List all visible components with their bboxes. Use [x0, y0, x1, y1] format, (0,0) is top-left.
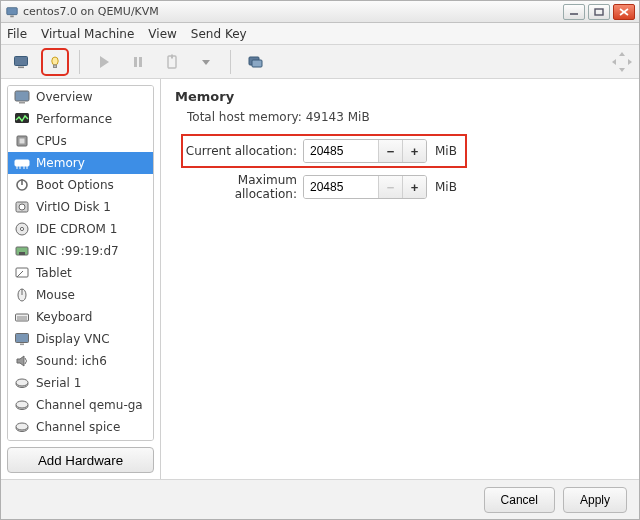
max-allocation-decr-button[interactable]: −	[378, 176, 402, 198]
sidebar-item-label: Serial 1	[36, 376, 81, 390]
console-view-button[interactable]	[9, 50, 33, 74]
max-allocation-input[interactable]	[304, 176, 378, 198]
window-buttons	[563, 4, 635, 20]
max-allocation-unit: MiB	[435, 180, 457, 194]
add-hardware-button[interactable]: Add Hardware	[7, 447, 154, 473]
cancel-button[interactable]: Cancel	[484, 487, 555, 513]
mouse-icon	[14, 287, 30, 303]
svg-point-51	[16, 379, 28, 386]
close-button[interactable]	[613, 4, 635, 20]
sidebar: OverviewPerformanceCPUsMemoryBoot Option…	[1, 79, 161, 479]
sidebar-item-cpus[interactable]: CPUs	[8, 130, 153, 152]
run-button[interactable]	[92, 50, 116, 74]
menu-send-key[interactable]: Send Key	[191, 27, 247, 41]
sidebar-item-video-qxl[interactable]: Video QXL	[8, 438, 153, 441]
details-view-button[interactable]	[43, 50, 67, 74]
move-handle-icon[interactable]	[611, 51, 633, 76]
current-allocation-spin: − +	[303, 139, 427, 163]
sidebar-item-serial-1[interactable]: Serial 1	[8, 372, 153, 394]
menu-view[interactable]: View	[148, 27, 176, 41]
toolbar-sep-2	[230, 50, 231, 74]
current-allocation-decr-button[interactable]: −	[378, 140, 402, 162]
svg-point-53	[16, 401, 28, 408]
pause-button[interactable]	[126, 50, 150, 74]
svg-marker-21	[628, 59, 632, 65]
sidebar-item-channel-spice[interactable]: Channel spice	[8, 416, 153, 438]
sidebar-item-sound-ich6[interactable]: Sound: ich6	[8, 350, 153, 372]
svg-point-35	[19, 204, 25, 210]
sidebar-item-virtio-disk-1[interactable]: VirtIO Disk 1	[8, 196, 153, 218]
sidebar-item-keyboard[interactable]: Keyboard	[8, 306, 153, 328]
toolbar	[1, 45, 639, 79]
sidebar-item-label: Sound: ich6	[36, 354, 107, 368]
menu-file[interactable]: File	[7, 27, 27, 41]
sidebar-item-label: Performance	[36, 112, 112, 126]
memory-icon	[14, 155, 30, 171]
cpu-icon	[14, 133, 30, 149]
max-allocation-spin: − +	[303, 175, 427, 199]
shutdown-menu-button[interactable]	[194, 50, 218, 74]
sidebar-item-memory[interactable]: Memory	[8, 152, 153, 174]
max-allocation-label: Maximum allocation:	[185, 173, 297, 201]
channel-icon	[14, 419, 30, 435]
maximize-button[interactable]	[588, 4, 610, 20]
disk-icon	[14, 199, 30, 215]
svg-rect-39	[19, 252, 25, 255]
window-title: centos7.0 on QEMU/KVM	[23, 5, 563, 18]
svg-rect-1	[10, 15, 14, 17]
svg-rect-9	[54, 65, 57, 68]
menu-virtual-machine[interactable]: Virtual Machine	[41, 27, 134, 41]
svg-rect-27	[15, 160, 29, 166]
svg-rect-11	[134, 57, 137, 67]
sidebar-item-label: Keyboard	[36, 310, 92, 324]
boot-icon	[14, 177, 30, 193]
vm-icon	[5, 5, 19, 19]
svg-rect-26	[20, 139, 25, 144]
vm-details-window: centos7.0 on QEMU/KVM File Virtual Machi…	[0, 0, 640, 520]
sidebar-item-nic-99-19-d7[interactable]: NIC :99:19:d7	[8, 240, 153, 262]
current-allocation-label: Current allocation:	[185, 144, 297, 158]
apply-button[interactable]: Apply	[563, 487, 627, 513]
svg-rect-17	[252, 60, 262, 67]
current-allocation-input[interactable]	[304, 140, 378, 162]
display-icon	[14, 331, 30, 347]
body: OverviewPerformanceCPUsMemoryBoot Option…	[1, 79, 639, 479]
svg-rect-22	[15, 91, 29, 101]
minimize-button[interactable]	[563, 4, 585, 20]
svg-point-55	[16, 423, 28, 430]
max-allocation-incr-button[interactable]: +	[402, 176, 426, 198]
sidebar-item-boot-options[interactable]: Boot Options	[8, 174, 153, 196]
current-allocation-incr-button[interactable]: +	[402, 140, 426, 162]
sidebar-item-overview[interactable]: Overview	[8, 86, 153, 108]
host-memory-row: Total host memory: 49143 MiB	[187, 110, 625, 124]
sidebar-item-label: Memory	[36, 156, 85, 170]
sidebar-item-display-vnc[interactable]: Display VNC	[8, 328, 153, 350]
sidebar-item-channel-qemu-ga[interactable]: Channel qemu-ga	[8, 394, 153, 416]
tablet-icon	[14, 265, 30, 281]
hardware-list[interactable]: OverviewPerformanceCPUsMemoryBoot Option…	[7, 85, 154, 441]
svg-rect-3	[595, 9, 603, 15]
sidebar-item-ide-cdrom-1[interactable]: IDE CDROM 1	[8, 218, 153, 240]
shutdown-button[interactable]	[160, 50, 184, 74]
section-heading: Memory	[175, 89, 625, 104]
sidebar-item-tablet[interactable]: Tablet	[8, 262, 153, 284]
svg-rect-6	[15, 56, 28, 65]
nic-icon	[14, 243, 30, 259]
sidebar-item-mouse[interactable]: Mouse	[8, 284, 153, 306]
sound-icon	[14, 353, 30, 369]
host-memory-unit: MiB	[348, 110, 370, 124]
svg-point-8	[52, 57, 58, 65]
sidebar-item-label: Channel qemu-ga	[36, 398, 143, 412]
svg-marker-15	[202, 60, 210, 65]
sidebar-item-performance[interactable]: Performance	[8, 108, 153, 130]
svg-rect-14	[171, 54, 173, 58]
sidebar-item-label: VirtIO Disk 1	[36, 200, 111, 214]
cdrom-icon	[14, 221, 30, 237]
svg-marker-20	[612, 59, 616, 65]
svg-rect-23	[19, 102, 25, 104]
menubar: File Virtual Machine View Send Key	[1, 23, 639, 45]
svg-marker-49	[17, 356, 24, 366]
host-memory-label: Total host memory:	[187, 110, 302, 124]
fullscreen-button[interactable]	[243, 50, 267, 74]
channel-icon	[14, 397, 30, 413]
